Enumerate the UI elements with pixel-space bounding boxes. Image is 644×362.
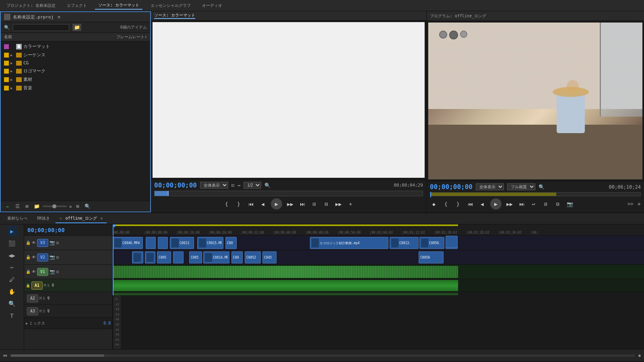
magnify-icon[interactable]: 🔍 (264, 183, 270, 188)
view-options-button[interactable]: ≡ (69, 204, 72, 209)
list-view-icon[interactable]: ☰ (14, 203, 21, 210)
clip-v3-2[interactable] (146, 237, 156, 249)
track-sync-v1[interactable]: ⊡ (56, 269, 59, 274)
clip-v3-3[interactable] (158, 237, 168, 249)
timeline-tab-ok[interactable]: OK抜き (33, 214, 54, 223)
track-select-tool[interactable]: ⬛ (7, 238, 17, 249)
tab-audio[interactable]: オーディオ (199, 2, 225, 9)
search-input[interactable] (13, 24, 69, 31)
step-back-button[interactable]: ◀ (259, 200, 267, 208)
pencil-icon[interactable]: ✏ (4, 203, 11, 210)
track-solo-a1[interactable]: S (47, 284, 49, 288)
track-mic-a1[interactable]: 🎙 (51, 283, 55, 288)
more-button[interactable]: ▶▶ (334, 200, 343, 208)
fullscreen-select[interactable]: フル画質 (507, 183, 535, 190)
grid-view-icon[interactable]: ⊞ (23, 203, 31, 210)
track-mute-a1[interactable]: M (44, 284, 46, 288)
clip-c0014[interactable]: C0014.MP4 (203, 251, 229, 263)
source-timeline[interactable] (154, 191, 423, 196)
step-back-button[interactable]: ◀ (478, 200, 486, 208)
add-button[interactable]: + (638, 201, 641, 207)
add-marker-button[interactable]: + (347, 200, 355, 208)
zoom-tool[interactable]: 🔍 (7, 298, 17, 309)
expand-arrow[interactable]: ▶ (10, 78, 14, 82)
list-item[interactable]: ▶ シーケンス (1, 51, 150, 59)
mark-out-button[interactable]: } (454, 200, 462, 208)
export-frame-button[interactable]: 📷 (566, 200, 574, 208)
track-visibility-v2[interactable]: 👁 (32, 255, 36, 259)
track-lock-v2[interactable]: 🔒 (26, 255, 31, 259)
project-menu-button[interactable]: ≡ (58, 14, 60, 20)
clip-v2-2[interactable] (145, 251, 155, 263)
track-mute-a2[interactable]: M (39, 296, 41, 300)
play-button[interactable]: ▶ (271, 198, 282, 210)
track-camera-v2[interactable]: 📷 (50, 255, 55, 260)
program-timeline[interactable] (430, 192, 641, 196)
track-label-a2[interactable]: A2 (27, 294, 38, 302)
track-mic-a2[interactable]: 🎙 (46, 296, 51, 301)
clip-c0050-r[interactable] (446, 236, 458, 248)
tab-source[interactable]: ソース: カラーマット (95, 2, 142, 10)
add-marker-button[interactable]: ◆ (430, 200, 438, 208)
track-label-a1[interactable]: A1 (31, 282, 43, 290)
step-forward-button[interactable]: ▶▶ (286, 200, 294, 208)
pen-tool[interactable]: 🖊 (7, 274, 17, 285)
insert-button[interactable]: ⊡ (310, 200, 318, 208)
play-button[interactable]: ▶ (490, 198, 502, 210)
goto-in-button[interactable]: ⏮ (466, 200, 474, 208)
track-mic-a3[interactable]: 🎙 (46, 309, 51, 314)
tab-essential[interactable]: エッセンシャルグラフ (147, 2, 194, 9)
track-solo-a3[interactable]: S (43, 309, 45, 313)
clip-c00-v3[interactable]: C00 (225, 237, 237, 249)
search-button[interactable]: 🔍 (84, 203, 91, 210)
magnify-icon[interactable]: 🔍 (539, 184, 545, 190)
list-item[interactable]: ▶ CG (1, 59, 150, 67)
track-label-v3[interactable]: V3 (37, 239, 48, 247)
track-visibility-v1[interactable]: 👁 (32, 269, 36, 274)
loop-button[interactable]: ↩ (530, 200, 538, 208)
track-lock-v3[interactable]: 🔒 (26, 241, 31, 245)
zoom-slider[interactable] (43, 206, 67, 207)
timeline-tab-offline[interactable]: ✕ offline_ロング ≡ (56, 214, 107, 223)
sort-button[interactable]: ↓ (144, 34, 147, 40)
clip-eco[interactable]: エコロジック紹介動画.mp4 (310, 237, 388, 249)
timeline-tracks-area[interactable]: C0046.MP4 C0013 C0015.MP4 C00 (113, 236, 644, 295)
new-bin-icon[interactable]: 📁 (33, 203, 40, 210)
list-item[interactable]: ▶ 素材 (1, 75, 150, 84)
overwrite-button[interactable]: ⊟ (322, 200, 330, 208)
mark-out-button[interactable]: } (235, 200, 243, 208)
hand-tool[interactable]: ✋ (7, 286, 17, 297)
goto-in-button[interactable]: ⏮ (247, 200, 255, 208)
timeline-scroll-thumb[interactable] (10, 354, 104, 357)
track-solo-a2[interactable]: S (43, 296, 45, 300)
source-tab-active[interactable]: ソース: カラーマット (154, 12, 195, 19)
track-camera-v1[interactable]: 📷 (50, 269, 55, 274)
clip-c0052[interactable]: C0052 (245, 251, 261, 263)
mix-icon[interactable]: ▶ (26, 321, 28, 325)
track-mute-a3[interactable]: M (39, 309, 41, 313)
timeline-tab-sozai[interactable]: 素材ならべ (3, 214, 31, 223)
track-label-v1[interactable]: V1 (37, 268, 48, 276)
timeline-scroll-bar[interactable] (10, 354, 635, 357)
clip-c0013[interactable]: C0013 (170, 237, 194, 249)
expand-arrow[interactable]: ▶ (10, 61, 14, 65)
track-sync-v3[interactable]: ⊡ (56, 241, 59, 245)
goto-out-button[interactable]: ⏭ (518, 200, 526, 208)
goto-out-button[interactable]: ⏭ (298, 200, 306, 208)
expand-arrow[interactable]: ▶ (10, 86, 14, 90)
track-lock-v1[interactable]: 🔒 (26, 269, 31, 274)
extract-button[interactable]: ⊟ (554, 200, 562, 208)
lift-button[interactable]: ⊡ (542, 200, 550, 208)
source-zoom-select[interactable]: 1/2 (244, 182, 261, 189)
select-tool[interactable]: ▶ (7, 226, 17, 237)
a2-audio-clip[interactable] (113, 293, 458, 295)
clip-c0050[interactable]: C0050. (419, 237, 444, 249)
track-label-a3[interactable]: A3 (27, 307, 38, 315)
expand-arrow[interactable]: ▶ (10, 53, 14, 57)
clip-c005-v2[interactable]: C005 (157, 251, 171, 263)
track-camera-v3[interactable]: 📷 (50, 240, 55, 245)
sort-options-icon[interactable]: ⊞ (74, 203, 81, 210)
clip-v2-4[interactable] (173, 251, 184, 263)
clip-c0046[interactable]: C0046.MP4 (113, 237, 143, 249)
ripple-edit-tool[interactable]: ◀▶ (7, 250, 17, 261)
